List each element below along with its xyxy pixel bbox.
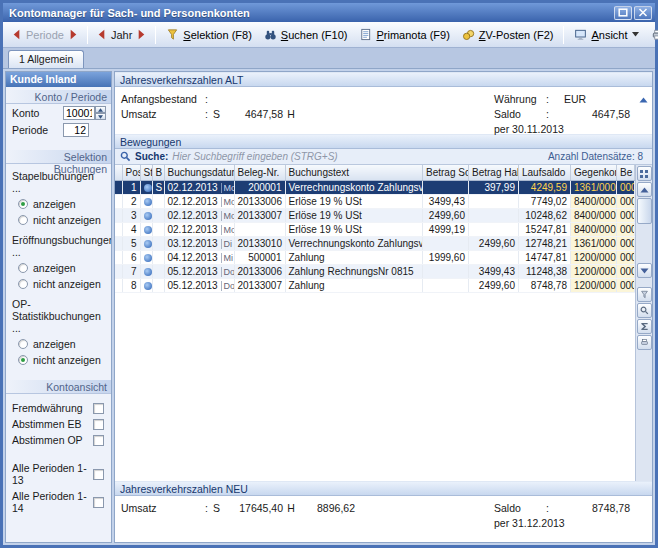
- konto-input[interactable]: [63, 106, 95, 120]
- table-row[interactable]: 4 02.12.2013Mo Erlöse 19 % USt 4999,19 1…: [115, 222, 635, 236]
- col-betrag-soll[interactable]: Betrag Soll: [423, 165, 469, 180]
- grid-print-button[interactable]: [637, 335, 652, 350]
- saldo-alt-value: 4647,58: [556, 108, 630, 120]
- jahr-label: Jahr: [111, 29, 132, 41]
- arrow-left-icon: [95, 28, 108, 41]
- abstimmen-eb-label: Abstimmen EB: [12, 418, 93, 430]
- alle-perioden-13-row: Alle Perioden 1-13: [6, 460, 111, 488]
- eroeffnungsbuchungen-label: Eröffnungsbuchungen ...: [6, 228, 111, 260]
- status-ball-icon: [144, 240, 152, 248]
- eroeffnung-anzeigen-radio[interactable]: [18, 263, 28, 273]
- op-statistikbuchungen-label: OP-Statistikbuchungen ...: [6, 292, 111, 336]
- col-marker[interactable]: [115, 165, 122, 180]
- col-beleg-nr[interactable]: Beleg-Nr.: [234, 165, 285, 180]
- grid-header-row: Pos St B Buchungsdatum Beleg-Nr. Buchung…: [115, 165, 635, 180]
- spin-up-icon: [98, 108, 103, 112]
- konto-spin-up-button[interactable]: [95, 106, 106, 113]
- jahr-next-button[interactable]: [132, 25, 151, 44]
- col-pos[interactable]: Pos: [122, 165, 140, 180]
- table-row[interactable]: 1 S 02.12.2013Mo 200001 Verrechnungskont…: [115, 180, 635, 194]
- filter-funnel-icon: [166, 28, 179, 41]
- scrollbar-up-button[interactable]: [637, 182, 652, 197]
- col-b[interactable]: B: [152, 165, 164, 180]
- zv-posten-button[interactable]: ZV-Posten (F2): [456, 25, 560, 44]
- section-header-bewegungen: Bewegungen: [115, 134, 652, 149]
- suchen-button[interactable]: Suchen (F10): [258, 25, 354, 44]
- window-title: Kontomanager für Sach- und Personenkonte…: [9, 7, 612, 19]
- periode-prev-button[interactable]: [7, 25, 26, 44]
- section-header-selektion-buchungen: Selektion Buchungen: [6, 150, 111, 164]
- alle-perioden-13-checkbox[interactable]: [93, 469, 104, 480]
- anfangsbestand-label: Anfangsbestand: [121, 93, 205, 105]
- col-buchungstext[interactable]: Buchungstext: [285, 165, 423, 180]
- toolbar-separator: [155, 26, 156, 44]
- stapelbuchungen-label: Stapelbuchungen ...: [6, 164, 111, 196]
- scrollbar-down-button[interactable]: [637, 263, 652, 278]
- table-row[interactable]: 3 02.12.2013Mo 20133007 Erlöse 19 % USt …: [115, 208, 635, 222]
- tab-allgemein[interactable]: 1 Allgemein: [8, 50, 84, 68]
- section-header-kontoansicht: Kontoansicht: [6, 380, 111, 394]
- spacer: [6, 448, 111, 460]
- close-icon: [638, 8, 648, 17]
- grid-search-button[interactable]: [637, 303, 652, 318]
- scroll-down-icon: [640, 268, 649, 274]
- col-st[interactable]: St: [140, 165, 152, 180]
- colon: :: [546, 108, 556, 120]
- eroeffnung-nicht-anzeigen-radio[interactable]: [18, 279, 28, 289]
- search-icon: [120, 151, 131, 162]
- toolbar-separator: [87, 26, 88, 44]
- periode-input[interactable]: [63, 123, 89, 137]
- search-label: Suche:: [135, 151, 168, 162]
- periode-field-label: Periode: [12, 124, 60, 136]
- alle-perioden-14-checkbox[interactable]: [93, 497, 104, 508]
- status-ball-icon: [144, 184, 152, 192]
- abstimmen-eb-checkbox[interactable]: [93, 419, 104, 430]
- haben-letter: H: [283, 108, 299, 120]
- col-buchungsdatum[interactable]: Buchungsdatum: [164, 165, 234, 180]
- konto-spinbox: [63, 106, 106, 120]
- table-row[interactable]: 8 05.12.2013Do 20133007 Zahlung 2499,60 …: [115, 278, 635, 292]
- stapel-nicht-anzeigen-label: nicht anzeigen: [33, 214, 101, 226]
- table-row[interactable]: 2 02.12.2013Mo 20133006 Erlöse 19 % USt …: [115, 194, 635, 208]
- umsatz-neu-label: Umsatz: [121, 502, 205, 514]
- colon: :: [205, 93, 213, 105]
- grid-sum-button[interactable]: [637, 319, 652, 334]
- maximize-button[interactable]: [614, 6, 632, 20]
- op-nicht-anzeigen-radio[interactable]: [18, 355, 28, 365]
- fremdwaehrung-checkbox[interactable]: [93, 403, 104, 414]
- col-betrag-haben[interactable]: Betrag Haben: [469, 165, 519, 180]
- col-gegenkonto[interactable]: Gegenkonto: [571, 165, 617, 180]
- column-options-button[interactable]: [637, 166, 652, 181]
- table-row[interactable]: 7 05.12.2013Do 20133006 Zahlung Rechnung…: [115, 264, 635, 278]
- abstimmen-op-checkbox[interactable]: [93, 435, 104, 446]
- table-row[interactable]: 5 03.12.2013Di 20133010 Verrechnungskont…: [115, 236, 635, 250]
- close-button[interactable]: [634, 6, 652, 20]
- alle-perioden-14-row: Alle Perioden 1-14: [6, 488, 111, 516]
- periode-next-button[interactable]: [64, 25, 83, 44]
- col-be[interactable]: Be: [617, 165, 635, 180]
- fremdwaehrung-row: Fremdwährung: [6, 400, 111, 416]
- abstimmen-op-label: Abstimmen OP: [12, 434, 93, 446]
- drucken-button[interactable]: Drucken: [645, 25, 658, 44]
- stapel-nicht-anzeigen-radio[interactable]: [18, 215, 28, 225]
- grid-filter-button[interactable]: [637, 287, 652, 302]
- col-laufsaldo[interactable]: Laufsaldo: [519, 165, 571, 180]
- selektion-button[interactable]: Selektion (F8): [160, 25, 257, 44]
- alle-perioden-13-label: Alle Perioden 1-13: [12, 462, 93, 486]
- konto-spin-down-button[interactable]: [95, 113, 106, 120]
- stapel-anzeigen-radio[interactable]: [18, 199, 28, 209]
- status-ball-icon: [144, 226, 152, 234]
- section-header-jahresverkehrszahlen-neu: Jahresverkehrszahlen NEU: [115, 481, 652, 496]
- binoculars-icon: [264, 28, 277, 41]
- op-anzeigen-radio[interactable]: [18, 339, 28, 349]
- stapel-anzeigen-label: anzeigen: [33, 198, 76, 210]
- jahr-prev-button[interactable]: [92, 25, 111, 44]
- scrollbar-thumb[interactable]: [637, 198, 652, 224]
- collapse-panel-button[interactable]: [638, 91, 649, 102]
- search-input[interactable]: [172, 151, 544, 162]
- table-row[interactable]: 6 04.12.2013Mi 500001 Zahlung 1999,60 14…: [115, 250, 635, 264]
- periode-label: Periode: [26, 29, 64, 41]
- soll-letter: S: [213, 108, 227, 120]
- primanota-button[interactable]: Primanota (F9): [353, 25, 455, 44]
- ansicht-button[interactable]: Ansicht: [568, 25, 644, 44]
